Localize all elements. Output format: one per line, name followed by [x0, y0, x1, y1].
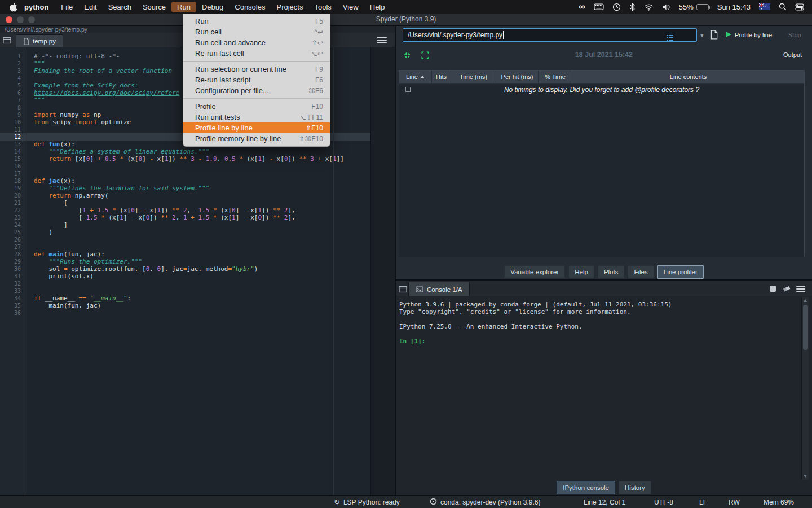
menu-item-run-cell-and-advance[interactable]: Run cell and advance⇧↩	[183, 37, 330, 48]
browse-tabs-icon[interactable]	[3, 36, 11, 46]
profile-by-line-button[interactable]: Profile by line	[735, 32, 772, 38]
pane-tab-plots[interactable]: Plots	[598, 265, 625, 279]
keyboard-icon[interactable]	[594, 3, 604, 10]
apple-menu-icon[interactable]	[9, 2, 17, 12]
code-line-14[interactable]: """Defines a system of linear equations.…	[27, 148, 370, 155]
code-line-35[interactable]: main(fun, jac)	[27, 302, 370, 309]
column-header-time-ms[interactable]: Time (ms)	[451, 71, 496, 83]
code-line-33[interactable]	[27, 287, 370, 295]
menubar-item-view[interactable]: View	[337, 2, 364, 12]
menu-item-profile-memory-line-by-line[interactable]: Profile memory line by line⇧⌘F10	[183, 133, 330, 144]
pane-tab-variable-explorer[interactable]: Variable explorer	[504, 265, 565, 279]
menubar-item-debug[interactable]: Debug	[196, 2, 229, 12]
browse-tabs-icon[interactable]	[399, 285, 407, 295]
editor-scroll-flag-area[interactable]	[370, 47, 395, 495]
menu-item-re-run-last-cell[interactable]: Re-run last cell⌥↩	[183, 48, 330, 59]
editor-tab-temp-py[interactable]: temp.py	[16, 34, 63, 47]
code-line-31[interactable]: print(sol.x)	[27, 273, 370, 280]
line-number: 9	[0, 111, 27, 119]
volume-icon[interactable]	[662, 3, 670, 11]
pane-tab-ipython-console[interactable]: IPython console	[557, 481, 615, 494]
menu-item-run-cell[interactable]: Run cell^↩	[183, 27, 330, 37]
wifi-icon[interactable]	[644, 3, 654, 11]
menu-item-label: Run unit tests	[195, 113, 240, 121]
console-tab[interactable]: Console 1/A	[408, 282, 470, 296]
scroll-down-icon[interactable]	[804, 475, 807, 478]
console-scrollbar[interactable]	[801, 297, 809, 480]
code-line-25[interactable]: )	[27, 229, 370, 236]
code-line-23[interactable]: [-1.5 * (x[1] - x[0]) ** 2, 1 + 1.5 * (x…	[27, 214, 370, 221]
code-line-26[interactable]	[27, 236, 370, 243]
code-line-19[interactable]: """Defines the Jacobian for said system.…	[27, 185, 370, 192]
menubar-item-file[interactable]: File	[55, 2, 78, 12]
menu-item-run-selection-or-current-line[interactable]: Run selection or current lineF9	[183, 64, 330, 75]
code-line-27[interactable]	[27, 243, 370, 251]
column-header-line[interactable]: Line	[399, 71, 432, 83]
pane-tab-line-profiler[interactable]: Line profiler	[657, 265, 704, 279]
time-machine-icon[interactable]	[612, 3, 621, 11]
column-header-hits[interactable]: Hits	[432, 71, 451, 83]
console-output[interactable]: Python 3.9.6 | packaged by conda-forge |…	[399, 301, 798, 345]
pane-tab-history[interactable]: History	[619, 481, 651, 494]
menubar-item-edit[interactable]: Edit	[78, 2, 102, 12]
recent-files-icon[interactable]	[666, 34, 674, 43]
column-header-label: Hits	[436, 73, 447, 80]
menubar-item-tools[interactable]: Tools	[308, 2, 337, 12]
output-file-icon[interactable]	[710, 30, 718, 42]
profiler-empty-message: No timings to display. Did you forget to…	[399, 86, 804, 94]
path-dropdown-arrow-icon[interactable]: ▼	[697, 28, 707, 42]
code-line-20[interactable]: return np.array(	[27, 192, 370, 199]
menubar-item-run[interactable]: Run	[171, 2, 196, 12]
inline-plot-icon[interactable]	[770, 286, 776, 292]
menubar-item-search[interactable]: Search	[103, 2, 137, 12]
editor-options-menu-icon[interactable]	[377, 37, 387, 43]
flag-icon[interactable]	[759, 3, 770, 10]
menu-item-profile[interactable]: ProfileF10	[183, 101, 330, 112]
spotlight-search-icon[interactable]	[779, 3, 787, 11]
menubar-item-source[interactable]: Source	[137, 2, 171, 12]
code-line-18[interactable]: def jac(x):	[27, 177, 370, 185]
eraser-icon[interactable]	[782, 284, 792, 295]
column-header-line-contents[interactable]: Line contents	[572, 71, 804, 83]
code-line-28[interactable]: def main(fun, jac):	[27, 251, 370, 258]
code-line-34[interactable]: if __name__ == "__main__":	[27, 295, 370, 302]
menubar-clock[interactable]: Sun 15:43	[717, 3, 751, 11]
column-header-time[interactable]: % Time	[539, 71, 572, 83]
menu-item-configuration-per-file[interactable]: Configuration per file...⌘F6	[183, 85, 330, 96]
code-line-15[interactable]: return [x[0] + 0.5 * (x[0] - x[1]) ** 3 …	[27, 155, 370, 163]
menubar-item-help[interactable]: Help	[364, 2, 391, 12]
encoding-status: UTF-8	[654, 496, 673, 508]
menu-item-re-run-last-script[interactable]: Re-run last scriptF6	[183, 75, 330, 85]
menu-item-profile-line-by-line[interactable]: Profile line by line⇧F10	[183, 122, 330, 133]
code-line-36[interactable]	[27, 309, 370, 317]
code-line-32[interactable]	[27, 280, 370, 287]
stop-button[interactable]: Stop	[788, 32, 801, 38]
menubar-item-projects[interactable]: Projects	[271, 2, 308, 12]
menu-item-run-unit-tests[interactable]: Run unit tests⌥⇧F11	[183, 112, 330, 122]
battery-indicator[interactable]: 55%	[679, 3, 709, 11]
statusbar: ↻LSP Python: ready conda: spyder-dev (Py…	[0, 495, 812, 508]
scrollbar-thumb[interactable]	[803, 305, 808, 350]
column-header-per-hit-ms[interactable]: Per hit (ms)	[496, 71, 539, 83]
menu-item-label: Profile line by line	[195, 124, 253, 132]
infinity-icon[interactable]: ∞	[579, 2, 585, 11]
code-line-21[interactable]: [	[27, 199, 370, 207]
control-center-icon[interactable]	[795, 3, 804, 11]
bluetooth-icon[interactable]	[629, 3, 636, 11]
menu-item-run[interactable]: RunF5	[183, 16, 330, 27]
code-line-30[interactable]: sol = optimize.root(fun, [0, 0], jac=jac…	[27, 265, 370, 273]
scroll-up-icon[interactable]	[804, 299, 807, 302]
menubar-app-name[interactable]: python	[17, 3, 55, 11]
profile-play-icon[interactable]	[726, 32, 731, 37]
code-line-17[interactable]	[27, 170, 370, 177]
line-number: 13	[0, 141, 27, 148]
code-line-29[interactable]: """Runs the optimizer."""	[27, 258, 370, 265]
code-line-24[interactable]: ]	[27, 221, 370, 229]
pane-tab-help[interactable]: Help	[568, 265, 594, 279]
pane-tab-files[interactable]: Files	[628, 265, 654, 279]
code-line-16[interactable]	[27, 163, 370, 170]
console-options-menu-icon[interactable]	[796, 286, 805, 292]
menubar-item-consoles[interactable]: Consoles	[229, 2, 271, 12]
code-line-22[interactable]: [1 + 1.5 * (x[0] - x[1]) ** 2, -1.5 * (x…	[27, 207, 370, 214]
profiler-path-input[interactable]: /Users/vini/.spyder-py3/temp.py	[403, 28, 697, 42]
